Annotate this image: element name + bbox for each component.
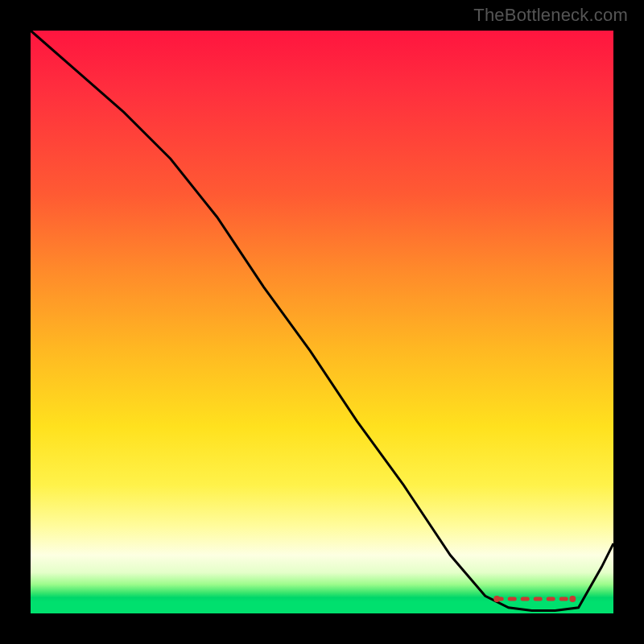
optimal-flat-segment-start-dot [493, 596, 500, 602]
plot-area [31, 31, 613, 613]
optimal-flat-segment-end-dot [569, 596, 576, 602]
chart-container: TheBottleneck.com [0, 0, 644, 644]
chart-svg [31, 31, 613, 613]
watermark-text: TheBottleneck.com [473, 5, 628, 26]
bottleneck-curve [31, 31, 613, 610]
